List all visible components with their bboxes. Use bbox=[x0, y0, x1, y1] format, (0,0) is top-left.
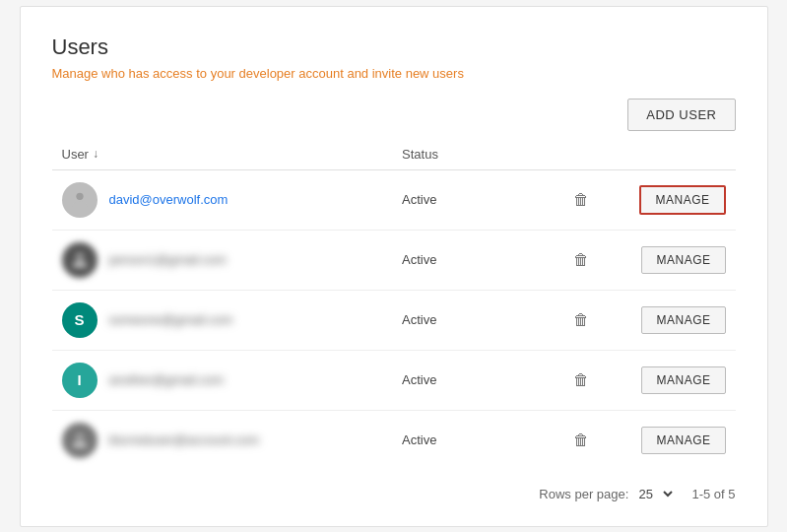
status-badge: Active bbox=[402, 252, 436, 267]
manage-button[interactable]: MANAGE bbox=[641, 306, 725, 334]
user-info: I another@gmail.com bbox=[62, 363, 383, 398]
header-row: ADD USER bbox=[52, 99, 736, 131]
delete-cell: 🗑 bbox=[544, 230, 620, 290]
status-cell: Active bbox=[392, 350, 544, 410]
users-table: User ↓ Status david@overwolf.com Act bbox=[52, 139, 736, 470]
avatar bbox=[62, 182, 98, 218]
manage-button[interactable]: MANAGE bbox=[641, 427, 725, 454]
user-cell-1: david@overwolf.com bbox=[52, 169, 393, 230]
delete-icon[interactable]: 🗑 bbox=[565, 187, 597, 212]
column-header-status: Status bbox=[392, 139, 544, 170]
table-row: person1@gmail.com Active 🗑 MANAGE bbox=[52, 230, 736, 290]
manage-cell: MANAGE bbox=[619, 290, 735, 350]
column-header-manage bbox=[619, 139, 735, 170]
page-title: Users bbox=[52, 34, 736, 60]
user-cell-2: person1@gmail.com bbox=[52, 230, 393, 290]
user-email: person1@gmail.com bbox=[109, 252, 227, 267]
delete-icon[interactable]: 🗑 bbox=[565, 247, 597, 272]
pagination-row: Rows per page: 25 50 100 1-5 of 5 bbox=[52, 486, 736, 502]
manage-cell: MANAGE bbox=[619, 169, 735, 230]
table-row: I another@gmail.com Active 🗑 MANAGE bbox=[52, 350, 736, 410]
user-info: person1@gmail.com bbox=[62, 242, 383, 278]
user-info: david@overwolf.com bbox=[62, 182, 383, 218]
user-email: another@gmail.com bbox=[109, 372, 225, 387]
delete-cell: 🗑 bbox=[544, 169, 620, 230]
status-cell: Active bbox=[392, 410, 544, 470]
manage-cell: MANAGE bbox=[619, 230, 735, 290]
table-row: blurreduser@account.com Active 🗑 MANAGE bbox=[52, 410, 736, 470]
sort-icon: ↓ bbox=[93, 147, 98, 161]
page-subtitle: Manage who has access to your developer … bbox=[52, 66, 736, 81]
user-info: S someone@gmail.com bbox=[62, 302, 383, 338]
manage-button[interactable]: MANAGE bbox=[641, 246, 725, 274]
user-email: david@overwolf.com bbox=[109, 192, 229, 207]
svg-point-2 bbox=[76, 432, 83, 439]
svg-point-1 bbox=[76, 252, 83, 259]
delete-icon[interactable]: 🗑 bbox=[565, 367, 597, 392]
manage-cell: MANAGE bbox=[619, 350, 735, 410]
svg-point-0 bbox=[76, 192, 83, 199]
user-email: blurreduser@account.com bbox=[109, 432, 260, 447]
rows-per-page: Rows per page: 25 50 100 bbox=[539, 486, 676, 502]
table-row: david@overwolf.com Active 🗑 MANAGE bbox=[52, 169, 736, 230]
manage-button[interactable]: MANAGE bbox=[641, 366, 725, 394]
user-cell-5: blurreduser@account.com bbox=[52, 410, 393, 470]
status-cell: Active bbox=[392, 290, 544, 350]
table-body: david@overwolf.com Active 🗑 MANAGE perso… bbox=[52, 169, 736, 470]
delete-cell: 🗑 bbox=[544, 410, 620, 470]
status-cell: Active bbox=[392, 169, 544, 230]
user-info: blurreduser@account.com bbox=[62, 423, 383, 458]
delete-icon[interactable]: 🗑 bbox=[565, 428, 597, 452]
avatar bbox=[62, 242, 98, 278]
column-header-user: User ↓ bbox=[52, 139, 393, 170]
pagination-range: 1-5 of 5 bbox=[691, 487, 735, 501]
avatar: I bbox=[62, 363, 98, 398]
manage-cell: MANAGE bbox=[619, 410, 735, 470]
add-user-button[interactable]: ADD USER bbox=[627, 99, 735, 131]
delete-icon[interactable]: 🗑 bbox=[565, 307, 597, 332]
user-email: someone@gmail.com bbox=[109, 312, 233, 327]
status-cell: Active bbox=[392, 230, 544, 290]
status-badge: Active bbox=[402, 312, 436, 327]
rows-per-page-label: Rows per page: bbox=[539, 487, 628, 501]
table-row: S someone@gmail.com Active 🗑 MANAGE bbox=[52, 290, 736, 350]
status-badge: Active bbox=[402, 192, 436, 207]
avatar: S bbox=[62, 302, 98, 338]
status-badge: Active bbox=[402, 372, 436, 387]
avatar bbox=[62, 423, 98, 458]
manage-button[interactable]: MANAGE bbox=[639, 185, 725, 215]
user-cell-4: I another@gmail.com bbox=[52, 350, 393, 410]
rows-per-page-select[interactable]: 25 50 100 bbox=[634, 486, 676, 502]
delete-cell: 🗑 bbox=[544, 290, 620, 350]
table-header-row: User ↓ Status bbox=[52, 139, 736, 170]
users-card: Users Manage who has access to your deve… bbox=[20, 6, 768, 527]
user-cell-3: S someone@gmail.com bbox=[52, 290, 393, 350]
status-badge: Active bbox=[402, 432, 436, 447]
delete-cell: 🗑 bbox=[544, 350, 620, 410]
column-header-actions bbox=[544, 139, 620, 170]
